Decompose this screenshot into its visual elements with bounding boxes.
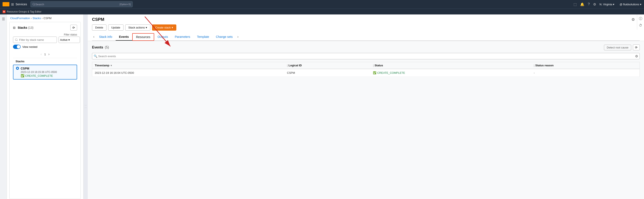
events-table: Timestamp ▼ | Logical ID | Status |	[92, 62, 640, 77]
svg-text:aws: aws	[4, 3, 6, 4]
stacks-list-header: Stacks	[13, 58, 77, 65]
tab-parameters[interactable]: Parameters	[172, 33, 194, 41]
tab-next-button[interactable]: ›	[236, 34, 240, 39]
filter-inputs: Active ▾	[13, 36, 77, 43]
stack-detail-title: CSPM	[92, 17, 104, 22]
delete-button[interactable]: Delete	[92, 24, 106, 31]
services-link[interactable]: Services	[16, 2, 27, 6]
status-dropdown-icon: ▾	[68, 38, 70, 41]
search-input[interactable]	[35, 3, 118, 6]
stack-item-date: 2023-12-19 16:15:36 UTC-0500	[21, 71, 74, 74]
nav-icons: ⬚ 🔔 ? ⚙ N. Virginia ▾ @ fluidsolutions ▾	[574, 2, 642, 6]
pagination-prev[interactable]: ‹	[41, 52, 42, 56]
stack-item-content: CSPM 2023-12-19 16:15:36 UTC-0500 ✅ CREA…	[21, 67, 74, 77]
pagination-next[interactable]: ›	[48, 52, 50, 56]
right-header-top: CSPM ⚙ ✕	[92, 17, 640, 22]
hamburger-icon: ☰	[2, 17, 5, 21]
region-selector[interactable]: N. Virginia ▾	[600, 3, 614, 6]
events-actions: Detect root cause ⟳	[604, 44, 640, 50]
status-filter-select[interactable]: Active ▾	[58, 36, 80, 43]
events-refresh-button[interactable]: ⟳	[633, 44, 640, 50]
status-complete: ✅ CREATE_COMPLETE	[373, 71, 528, 74]
breadcrumb-cloudformation[interactable]: CloudFormation	[10, 16, 30, 20]
right-panel: CSPM ⚙ ✕ Delete Update Stack actions ▾ C…	[88, 14, 644, 199]
col-header-status-reason: | Status reason	[531, 62, 640, 69]
view-nested-label: View nested	[22, 45, 38, 48]
breadcrumb-sep-2: ›	[42, 16, 42, 20]
col-header-timestamp: Timestamp ▼	[92, 62, 284, 69]
bell-icon[interactable]: 🔔	[580, 2, 584, 6]
breadcrumb-sep-1: ›	[31, 16, 32, 20]
view-nested-toggle[interactable]	[13, 45, 21, 49]
cell-status: ✅ CREATE_COMPLETE	[370, 69, 531, 77]
update-button[interactable]: Update	[108, 24, 124, 31]
global-search[interactable]: [Option+S]	[30, 1, 133, 7]
stack-actions-dropdown-icon: ▾	[146, 26, 147, 29]
create-stack-dropdown-icon: ▾	[172, 26, 173, 29]
col-header-status: | Status	[370, 62, 531, 69]
tab-stack-info[interactable]: Stack info	[96, 33, 116, 41]
view-nested-row: View nested	[13, 45, 77, 49]
svg-line-2	[34, 5, 35, 5]
tabs-row: ‹ Stack info Events Resources Outputs Pa…	[92, 33, 640, 41]
stacks-header: ⊟ Stacks (13) ⟳	[13, 25, 77, 31]
toggle-knob	[17, 45, 20, 48]
panel-settings-icon[interactable]: ⚙	[632, 17, 635, 22]
top-navigation: aws ⊞ Services [Option+S] ⬚ 🔔 ? ⚙ N. Vir…	[0, 0, 644, 8]
cell-status-reason: -	[531, 69, 640, 77]
edge-history-icon[interactable]: ⏱	[637, 22, 644, 29]
aws-logo[interactable]: aws	[2, 2, 9, 6]
breadcrumb-stacks[interactable]: Stacks	[32, 16, 41, 20]
stacks-panel: ⊟ Stacks (13) ⟳ Filter status Active ▾	[9, 22, 81, 199]
events-section: Events (5) Detect root cause ⟳ 🔍 ⚙	[88, 41, 644, 199]
stack-item-cspm[interactable]: CSPM 2023-12-19 16:15:36 UTC-0500 ✅ CREA…	[13, 65, 77, 79]
left-panel: CloudFormation › Stacks › CSPM ⊟ Stacks …	[7, 14, 84, 199]
action-buttons: Delete Update Stack actions ▾ Create sta…	[92, 24, 640, 31]
cell-logical-id: CSPM	[284, 69, 370, 77]
search-events-input[interactable]	[92, 53, 640, 59]
stacks-panel-title: ⊟ Stacks (13)	[13, 26, 34, 29]
detect-root-cause-button[interactable]: Detect root cause	[604, 45, 631, 50]
resource-groups-bar: ▣ Resource Groups & Tag Editor	[0, 8, 644, 14]
tab-prev-button[interactable]: ‹	[92, 34, 96, 39]
search-events-row: 🔍 ⚙	[92, 53, 640, 59]
right-edge-icons: ⓘ ⏱	[637, 14, 644, 30]
stack-actions-button[interactable]: Stack actions ▾	[125, 24, 150, 31]
status-complete-check: ✅	[373, 71, 376, 74]
stack-item-row: CSPM 2023-12-19 16:15:36 UTC-0500 ✅ CREA…	[16, 67, 74, 77]
stack-filter-input[interactable]	[13, 36, 57, 43]
tab-outputs[interactable]: Outputs	[154, 33, 172, 41]
events-settings-icon[interactable]: ⚙	[635, 54, 638, 58]
tab-change-sets[interactable]: Change sets	[212, 33, 236, 41]
grid-icon[interactable]: ⊞	[11, 2, 14, 6]
events-header: Events (5) Detect root cause ⟳	[92, 44, 640, 50]
stack-radio	[16, 67, 19, 70]
account-menu[interactable]: @ fluidsolutions ▾	[620, 3, 642, 6]
tab-resources[interactable]: Resources	[132, 33, 154, 41]
timestamp-sort-icon[interactable]: ▼	[110, 64, 112, 67]
table-row[interactable]: 2023-12-19 16:16:04 UTC-0500 CSPM ✅ CREA…	[92, 69, 640, 77]
panel-divider[interactable]: ⋮⋮	[84, 14, 88, 199]
events-count: (5)	[105, 45, 109, 49]
sidebar-toggle[interactable]: ☰	[0, 14, 7, 199]
filter-row: Filter status Active ▾	[13, 33, 77, 43]
create-stack-button[interactable]: Create stack ▾	[152, 24, 176, 31]
tab-events[interactable]: Events	[116, 33, 132, 41]
tab-template[interactable]: Template	[194, 33, 212, 41]
help-icon[interactable]: ?	[588, 2, 590, 6]
edge-info-icon[interactable]: ⓘ	[637, 15, 644, 22]
settings-icon[interactable]: ⚙	[593, 2, 596, 6]
right-header: CSPM ⚙ ✕ Delete Update Stack actions ▾ C…	[88, 14, 644, 41]
stacks-pagination: ‹ 1 ›	[13, 51, 77, 58]
search-shortcut: [Option+S]	[120, 3, 130, 5]
stacks-refresh-button[interactable]: ⟳	[70, 25, 77, 31]
terminal-icon[interactable]: ⬚	[574, 2, 577, 6]
stacks-title: Stacks	[18, 26, 27, 29]
status-check-icon: ✅	[21, 74, 24, 77]
events-title-row: Events (5)	[92, 45, 109, 49]
svg-point-1	[32, 3, 34, 5]
divider-dots: ⋮⋮	[84, 104, 87, 109]
main-layout: ☰ CloudFormation › Stacks › CSPM ⊟ Stack…	[0, 14, 644, 199]
breadcrumb-current: CSPM	[44, 16, 52, 20]
resource-groups-label: Resource Groups & Tag Editor	[7, 10, 42, 13]
